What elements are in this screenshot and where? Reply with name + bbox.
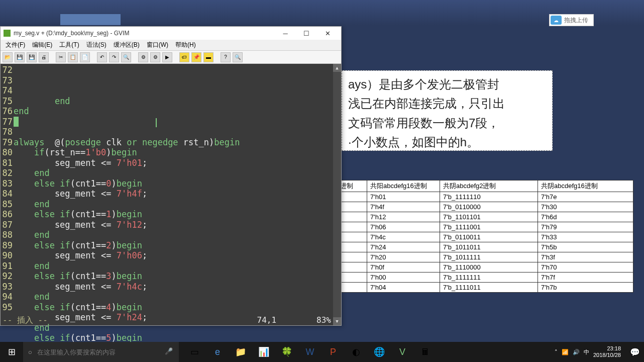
close-button[interactable]: ✕ [317, 27, 338, 40]
text-cursor [156, 118, 157, 127]
cut-icon[interactable]: ✂ [56, 52, 66, 62]
app-icon[interactable]: 🍀 [275, 342, 298, 362]
code-line[interactable]: seg_ment <= 7'h01; [14, 158, 333, 168]
menu-item[interactable]: 文件(F) [3, 40, 28, 50]
code-line[interactable]: end [14, 106, 333, 117]
taskview-icon[interactable]: ▭ [183, 342, 206, 362]
copy-icon[interactable]: 📋 [68, 52, 78, 62]
notification-center-icon[interactable]: 💬 [626, 342, 644, 362]
line-number: 87 [1, 220, 14, 230]
tag-icon[interactable]: 🏷 [179, 52, 189, 62]
menu-item[interactable]: 语法(S) [83, 40, 110, 50]
cloud-upload-button[interactable]: ☁ 拖拽上传 [549, 14, 594, 26]
vertical-scrollbar[interactable]: ▲ ▼ [333, 64, 341, 325]
gvim-titlebar[interactable]: my_seg.v + (D:\mdy_book\my_seg) - GVIM ─… [1, 27, 341, 40]
save-icon[interactable]: 💾 [15, 52, 25, 62]
tray-expand-icon[interactable]: ˄ [555, 349, 558, 355]
word-icon[interactable]: W [298, 342, 321, 362]
menu-item[interactable]: 窗口(W) [144, 40, 171, 50]
table-cell: 7'b_1110000 [440, 262, 538, 273]
code-line[interactable]: end [14, 230, 333, 240]
document-text-block: ays）是由多个发光二极管封 浅已在内部连接完成，只引出 文码管常用段数一般为7… [342, 70, 553, 151]
doc-line: 文码管常用段数一般为7段， [348, 114, 546, 133]
table-row: 7'h0f7'b_11100007'h70 [337, 262, 633, 273]
tool-icon[interactable]: ⚙ [150, 52, 160, 62]
menu-item[interactable]: 编辑(E) [29, 40, 55, 50]
table-cell: 7'h4f [367, 202, 440, 212]
code-line[interactable]: end [14, 96, 333, 107]
volume-icon[interactable]: 🔊 [573, 349, 580, 355]
code-line[interactable]: seg_ment <= 7'h4c; [14, 282, 333, 292]
menu-item[interactable]: 缓冲区(B) [111, 40, 143, 50]
paste-icon[interactable]: 📄 [80, 52, 90, 62]
code-line[interactable]: else if(cnt1==0)begin [14, 178, 333, 189]
find-icon[interactable]: 🔍 [121, 52, 131, 62]
table-cell: 7'h01 [367, 192, 440, 202]
table-header: 共阴abcdefg16进制 [538, 180, 633, 192]
highlight-icon[interactable]: ▬ [203, 52, 213, 62]
shell-icon[interactable]: ▶ [162, 52, 172, 62]
scroll-up-icon[interactable]: ▲ [333, 64, 341, 72]
help-icon[interactable]: ? [221, 52, 231, 62]
calc-icon[interactable]: 🖩 [414, 342, 437, 362]
taskbar-clock[interactable]: 23:18 2018/10/28 [593, 345, 621, 358]
explorer-icon[interactable]: 📁 [229, 342, 252, 362]
search-help-icon[interactable]: 🔍 [233, 52, 243, 62]
network-icon[interactable]: 📶 [562, 349, 569, 355]
gvim-taskbar-icon[interactable]: V [391, 342, 414, 362]
globe-icon[interactable]: 🌐 [368, 342, 391, 362]
edge-icon[interactable]: e [206, 342, 229, 362]
code-area[interactable]: endend always @(posedge clk or negedge r… [14, 64, 333, 325]
code-line[interactable]: seg_ment <= 7'h06; [14, 250, 333, 261]
tool-icon[interactable]: ⚙ [138, 52, 148, 62]
browser-chrome-top: ☁ 拖拽上传 [0, 0, 644, 25]
minimize-button[interactable]: ─ [275, 27, 296, 40]
table-header: 共阴abcdefg2进制 [440, 180, 538, 192]
code-line[interactable]: else if(cnt1==1)begin [14, 209, 333, 220]
code-line[interactable]: else if(cnt1==4)begin [14, 302, 333, 313]
ime-icon[interactable]: 中 [584, 348, 589, 356]
code-line[interactable]: else if(cnt1==2)begin [14, 240, 333, 251]
code-line[interactable]: end [14, 168, 333, 178]
taskbar-search[interactable]: ○ 🎤 [23, 342, 179, 362]
search-input[interactable] [37, 348, 160, 356]
powerpoint-icon[interactable]: P [321, 342, 345, 362]
cursor-position: 74,1 [257, 315, 277, 326]
browser-tab[interactable] [60, 14, 121, 25]
start-button[interactable]: ⊞ [0, 342, 23, 362]
doc-line: 浅已在内部连接完成，只引出 [348, 94, 546, 113]
system-tray: ˄ 📶 🔊 中 23:18 2018/10/28 [555, 345, 626, 358]
print-icon[interactable]: 🖨 [39, 52, 49, 62]
cloud-icon: ☁ [551, 16, 562, 25]
menu-item[interactable]: 帮助(H) [172, 40, 199, 50]
marker-icon[interactable]: 📌 [191, 52, 201, 62]
open-icon[interactable]: 📂 [3, 52, 13, 62]
app-icon[interactable]: 📊 [252, 342, 275, 362]
scroll-percent: 83% [316, 315, 331, 326]
app-icon[interactable]: ◐ [345, 342, 368, 362]
table-row: 7'h4f7'b_01100007'h30 [337, 202, 633, 212]
code-line[interactable] [14, 127, 333, 137]
code-line[interactable]: end [14, 199, 333, 210]
code-line[interactable]: else if(cnt1==3)begin [14, 271, 333, 282]
undo-icon[interactable]: ↶ [97, 52, 107, 62]
line-number: 84 [1, 189, 14, 199]
maximize-button[interactable]: ☐ [296, 27, 317, 40]
redo-icon[interactable]: ↷ [109, 52, 119, 62]
mic-icon[interactable]: 🎤 [165, 347, 174, 356]
code-line[interactable]: if(rst_n==1'b0)begin [14, 147, 333, 158]
code-line[interactable]: seg_ment <= 7'h4f; [14, 189, 333, 199]
scroll-down-icon[interactable]: ▼ [333, 317, 341, 325]
code-line[interactable]: seg_ment <= 7'h12; [14, 220, 333, 230]
line-number: 76 [1, 106, 14, 117]
code-line[interactable] [14, 117, 333, 127]
gvim-editor-area[interactable]: 7273747576777879808182838485868788899091… [1, 64, 341, 325]
code-line[interactable]: end [14, 292, 333, 302]
saveall-icon[interactable]: 💾 [27, 52, 37, 62]
gvim-toolbar: 📂 💾 💾 🖨 ✂ 📋 📄 ↶ ↷ 🔍 ⚙ ⚙ ▶ 🏷 📌 ▬ ? 🔍 [1, 51, 341, 64]
code-line[interactable]: always @(posedge clk or negedge rst_n)be… [14, 137, 333, 148]
code-line[interactable]: end [14, 261, 333, 272]
menu-item[interactable]: 工具(T) [56, 40, 82, 50]
table-cell: 7'b_0110000 [440, 202, 538, 212]
taskbar-apps: ▭ e 📁 📊 🍀 W P ◐ 🌐 V 🖩 [183, 342, 437, 362]
